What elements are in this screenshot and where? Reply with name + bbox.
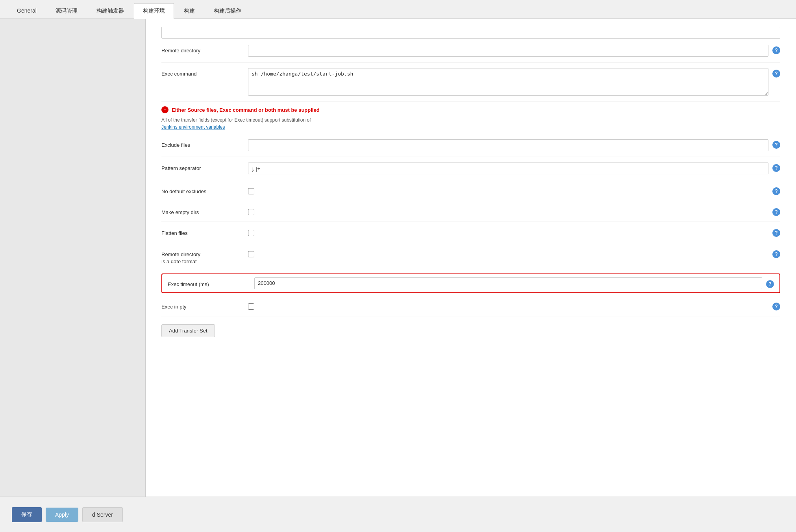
exclude-files-row: Exclude files ? [161, 134, 780, 157]
exec-in-pty-help-icon[interactable]: ? [772, 303, 780, 310]
top-input-area [146, 19, 796, 39]
tab-build[interactable]: 构建 [175, 3, 204, 18]
exclude-files-control [248, 139, 768, 151]
error-block: − Either Source files, Exec command or b… [161, 102, 780, 134]
exec-command-row: Exec command sh /home/zhanga/test/start-… [161, 63, 780, 102]
error-info-main: All of the transfer fields (except for E… [161, 117, 311, 123]
tab-general[interactable]: General [8, 3, 46, 18]
exec-timeout-control [254, 277, 762, 289]
pattern-separator-input[interactable] [248, 163, 768, 174]
save-button[interactable]: 保存 [12, 507, 42, 522]
exec-timeout-input[interactable] [254, 277, 762, 289]
no-default-excludes-checkbox[interactable] [248, 188, 254, 194]
apply-button[interactable]: Apply [46, 508, 78, 522]
jenkins-env-vars-link[interactable]: Jenkins environment variables [161, 124, 225, 130]
remote-directory-row: Remote directory ? [161, 39, 780, 63]
remote-directory-input[interactable] [248, 45, 768, 57]
remote-directory-date-label: Remote directory is a date format [161, 249, 248, 265]
form-section: Remote directory ? Exec command sh /home… [146, 39, 796, 316]
exec-command-textarea[interactable]: sh /home/zhanga/test/start-job.sh [248, 68, 768, 96]
remote-directory-control [248, 45, 768, 57]
tab-env[interactable]: 构建环境 [134, 3, 174, 19]
exec-timeout-highlighted-row: Exec timeout (ms) ? [161, 273, 780, 293]
pattern-separator-control [248, 163, 768, 174]
make-empty-dirs-control [248, 207, 768, 215]
sidebar [0, 19, 146, 497]
remote-directory-date-checkbox[interactable] [248, 251, 254, 257]
exec-timeout-help-icon[interactable]: ? [766, 280, 774, 288]
error-icon: − [161, 106, 168, 113]
bottom-bar: 保存 Apply d Server [0, 497, 796, 532]
remote-directory-date-row: Remote directory is a date format ? [161, 243, 780, 271]
remote-directory-label: Remote directory [161, 45, 248, 54]
tab-post[interactable]: 构建后操作 [205, 3, 250, 18]
exec-command-help-icon[interactable]: ? [772, 70, 780, 78]
remote-directory-date-control [248, 249, 768, 257]
flatten-files-checkbox[interactable] [248, 230, 254, 236]
exec-timeout-label: Exec timeout (ms) [168, 279, 254, 288]
server-button[interactable]: d Server [82, 507, 123, 522]
exec-in-pty-label: Exec in pty [161, 301, 248, 310]
make-empty-dirs-row: Make empty dirs ? [161, 201, 780, 222]
exec-command-control: sh /home/zhanga/test/start-job.sh [248, 68, 768, 96]
exec-in-pty-control [248, 301, 768, 310]
content-area: Remote directory ? Exec command sh /home… [146, 19, 796, 497]
tab-source[interactable]: 源码管理 [46, 3, 87, 18]
exec-in-pty-checkbox[interactable] [248, 303, 254, 310]
error-message: − Either Source files, Exec command or b… [161, 106, 780, 113]
exclude-files-label: Exclude files [161, 139, 248, 149]
remote-directory-help-icon[interactable]: ? [772, 46, 780, 54]
no-default-excludes-row: No default excludes ? [161, 180, 780, 201]
main-layout: Remote directory ? Exec command sh /home… [0, 19, 796, 497]
tab-triggers[interactable]: 构建触发器 [87, 3, 133, 18]
pattern-separator-row: Pattern separator ? [161, 157, 780, 180]
exclude-files-input[interactable] [248, 139, 768, 151]
error-text: Either Source files, Exec command or bot… [172, 107, 320, 113]
remote-directory-date-label-line2: is a date format [161, 259, 197, 264]
top-input-field[interactable] [161, 27, 780, 39]
remote-directory-date-label-line1: Remote directory [161, 251, 200, 257]
flatten-files-row: Flatten files ? [161, 222, 780, 243]
flatten-files-label: Flatten files [161, 227, 248, 237]
tab-bar: General 源码管理 构建触发器 构建环境 构建 构建后操作 [0, 0, 796, 19]
make-empty-dirs-help-icon[interactable]: ? [772, 208, 780, 216]
no-default-excludes-help-icon[interactable]: ? [772, 187, 780, 195]
pattern-separator-label: Pattern separator [161, 163, 248, 172]
exec-timeout-inner: Exec timeout (ms) ? [168, 277, 774, 289]
make-empty-dirs-checkbox[interactable] [248, 209, 254, 215]
error-info-text: All of the transfer fields (except for E… [161, 116, 780, 131]
make-empty-dirs-label: Make empty dirs [161, 207, 248, 216]
pattern-separator-help-icon[interactable]: ? [772, 164, 780, 172]
page-wrapper: General 源码管理 构建触发器 构建环境 构建 构建后操作 Remote … [0, 0, 796, 532]
top-input-row [161, 27, 780, 39]
no-default-excludes-control [248, 186, 768, 194]
flatten-files-help-icon[interactable]: ? [772, 229, 780, 237]
exec-command-label: Exec command [161, 68, 248, 78]
remote-directory-date-help-icon[interactable]: ? [772, 250, 780, 258]
add-transfer-button[interactable]: Add Transfer Set [161, 324, 215, 337]
exclude-files-help-icon[interactable]: ? [772, 141, 780, 149]
exec-in-pty-row: Exec in pty ? [161, 296, 780, 316]
no-default-excludes-label: No default excludes [161, 186, 248, 195]
flatten-files-control [248, 227, 768, 236]
